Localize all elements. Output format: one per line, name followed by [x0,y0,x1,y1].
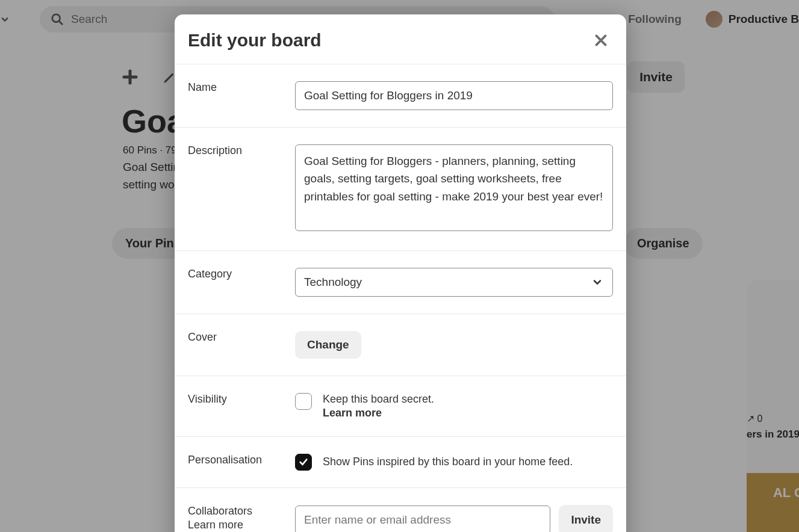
learn-more-link[interactable]: Learn more [188,519,278,531]
collaborator-input[interactable] [295,506,550,532]
personalisation-label: Personalisation [188,454,278,471]
close-icon[interactable] [591,31,611,50]
category-select[interactable] [295,268,613,297]
form-row-description: Description Goal Setting for Bloggers - … [175,128,626,251]
modal-title: Edit your board [188,30,322,51]
personalisation-text: Show Pins inspired by this board in your… [323,456,573,468]
learn-more-link[interactable]: Learn more [323,407,434,419]
visibility-label: Visibility [188,393,278,419]
form-row-name: Name [175,64,626,128]
edit-board-modal: Edit your board Name Description Goal Se… [175,14,626,532]
collaborators-label: Collaborators Learn more [188,505,278,532]
personalisation-checkbox[interactable] [295,454,312,471]
form-row-personalisation: Personalisation Show Pins inspired by th… [175,437,626,488]
name-label: Name [188,81,278,110]
visibility-text: Keep this board secret. Learn more [323,393,434,419]
visibility-checkbox[interactable] [295,393,312,410]
cover-label: Cover [188,331,278,359]
form-row-category: Category [175,251,626,314]
form-row-collaborators: Collaborators Learn more Invite [175,488,626,532]
name-input[interactable] [295,81,613,110]
description-label: Description [188,144,278,234]
chevron-down-icon [591,276,603,288]
form-row-visibility: Visibility Keep this board secret. Learn… [175,376,626,437]
category-label: Category [188,268,278,297]
description-textarea[interactable]: Goal Setting for Bloggers - planners, pl… [295,144,613,231]
form-row-cover: Cover Change [175,314,626,376]
invite-collaborator-button[interactable]: Invite [559,505,613,532]
change-cover-button[interactable]: Change [295,331,361,359]
modal-header: Edit your board [175,14,626,64]
